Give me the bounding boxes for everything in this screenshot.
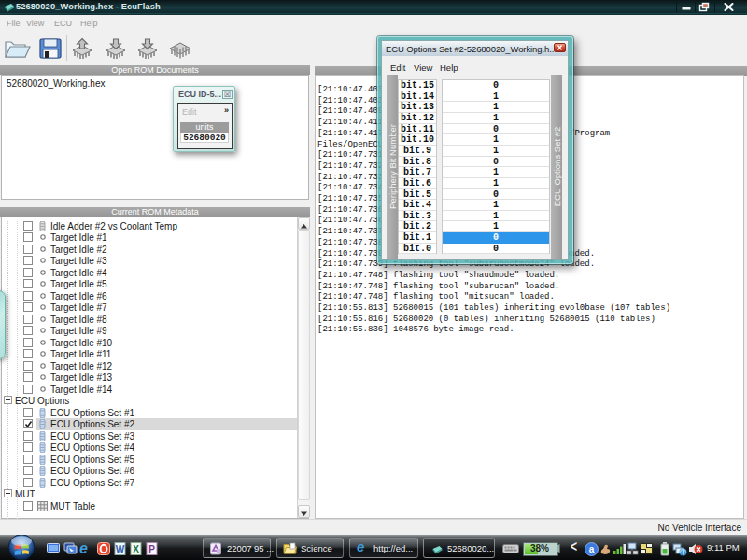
svg-text:X: X <box>133 544 139 554</box>
svg-text:W: W <box>116 544 125 554</box>
svg-text:P: P <box>148 544 155 554</box>
svg-text:a: a <box>589 544 595 554</box>
